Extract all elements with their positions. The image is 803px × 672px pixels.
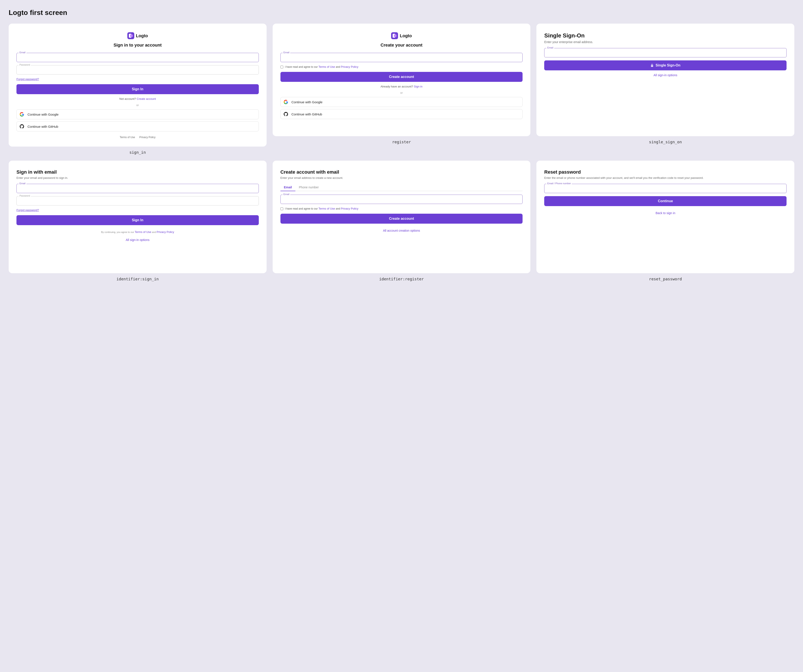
- all-signin-options-link[interactable]: All sign-in options: [16, 238, 259, 242]
- id-register-heading: Create account with email: [280, 169, 523, 175]
- reset-pw-field-input[interactable]: [544, 184, 787, 193]
- logo-text: Logto: [136, 33, 148, 38]
- reset-password-card: Reset password Enter the email or phone …: [536, 161, 794, 273]
- svg-rect-5: [394, 34, 397, 37]
- tab-phone[interactable]: Phone number: [295, 184, 322, 191]
- id-signin-password-label: Password: [19, 195, 31, 197]
- google-register-label: Continue with Google: [291, 100, 322, 104]
- reset-pw-field-label: Email / Phone number: [546, 182, 572, 185]
- sso-subheading: Enter your enterprise email address.: [544, 40, 787, 44]
- all-sign-in-options-link[interactable]: All sign-in options: [544, 73, 787, 77]
- email-input[interactable]: [16, 53, 259, 62]
- id-register-email-input[interactable]: [280, 195, 523, 204]
- register-card: Logto Create your account Email I have r…: [273, 24, 531, 136]
- register-terms-link[interactable]: Terms of Use: [319, 65, 335, 68]
- register-privacy-link[interactable]: Privacy Policy: [341, 65, 358, 68]
- create-account-button[interactable]: Create account: [280, 72, 523, 82]
- github-register-label: Continue with GitHub: [291, 112, 322, 116]
- sign-in-card: Logto Sign in to your account Email Pass…: [9, 24, 267, 146]
- sso-email-input[interactable]: [544, 48, 787, 57]
- tab-email[interactable]: Email: [280, 184, 295, 191]
- id-signin-password-input-group: Password: [16, 196, 259, 205]
- lock-icon: [650, 64, 654, 67]
- sso-card-label: single_sign_on: [536, 140, 794, 144]
- register-terms-checkbox[interactable]: [280, 66, 283, 68]
- github-register-button[interactable]: Continue with GitHub: [280, 109, 523, 119]
- id-register-terms-text: I have read and agree to our: [285, 207, 318, 210]
- password-input-group: Password: [16, 65, 259, 75]
- google-register-icon: [284, 100, 288, 104]
- email-label: Email: [19, 51, 26, 54]
- google-icon: [20, 112, 24, 117]
- register-logto-logo-icon: [391, 32, 398, 39]
- password-input[interactable]: [16, 65, 259, 75]
- register-email-label: Email: [283, 51, 290, 54]
- id-signin-email-input[interactable]: [16, 184, 259, 193]
- logo-area: Logto: [16, 32, 259, 39]
- footer-links: Terms of Use Privacy Policy: [16, 136, 259, 139]
- email-input-group: Email: [16, 53, 259, 62]
- id-signin-terms-link[interactable]: Terms of Use: [135, 230, 151, 234]
- register-email-input-group: Email: [280, 53, 523, 62]
- sso-heading: Single Sign-On: [544, 32, 787, 39]
- identifier-sign-in-card: Sign in with email Enter your email and …: [9, 161, 267, 273]
- google-signin-label: Continue with Google: [28, 113, 59, 116]
- id-register-subheading: Enter your email address to create a new…: [280, 176, 523, 180]
- all-creation-options-link[interactable]: All account creation options: [280, 229, 523, 232]
- sso-card: Single Sign-On Enter your enterprise ema…: [536, 24, 794, 136]
- privacy-link[interactable]: Privacy Policy: [139, 136, 156, 139]
- reset-pw-field-group: Email / Phone number: [544, 184, 787, 193]
- sso-email-input-group: Email: [544, 48, 787, 57]
- no-account-text: Not account? Create account: [16, 97, 259, 101]
- id-register-privacy-link[interactable]: Privacy Policy: [341, 207, 358, 210]
- terms-link[interactable]: Terms of Use: [120, 136, 135, 139]
- reset-pw-continue-button[interactable]: Continue: [544, 196, 787, 206]
- id-register-terms-row: I have read and agree to our Terms of Us…: [280, 207, 523, 210]
- github-register-icon: [284, 112, 288, 116]
- register-card-label: register: [273, 140, 531, 144]
- id-signin-password-input[interactable]: [16, 196, 259, 205]
- or-divider: or: [16, 104, 259, 107]
- forgot-password-link[interactable]: Forgot password?: [16, 78, 259, 81]
- id-signin-subheading: Enter your email and password to sign in…: [16, 176, 259, 180]
- sso-email-label: Email: [546, 46, 554, 49]
- page-title: Logto first screen: [9, 9, 794, 17]
- github-signin-button[interactable]: Continue with GitHub: [16, 122, 259, 131]
- reset-pw-heading: Reset password: [544, 169, 787, 175]
- svg-rect-6: [651, 65, 653, 67]
- sign-in-link[interactable]: Sign in: [414, 85, 423, 88]
- register-or-divider: or: [280, 91, 523, 94]
- id-register-terms-link[interactable]: Terms of Use: [319, 207, 335, 210]
- register-heading: Create your account: [280, 43, 523, 48]
- sso-button[interactable]: Single Sign-On: [544, 60, 787, 70]
- already-account-text: Already have an account? Sign in: [280, 85, 523, 88]
- id-signin-email-label: Email: [19, 182, 26, 185]
- identifier-register-card: Create account with email Enter your ema…: [273, 161, 531, 273]
- google-register-button[interactable]: Continue with Google: [280, 97, 523, 107]
- register-logo-text: Logto: [400, 33, 412, 38]
- sign-in-card-label: sign_in: [9, 150, 267, 154]
- id-register-email-label: Email: [283, 193, 290, 195]
- register-terms-checkbox-row: I have read and agree to our Terms of Us…: [280, 65, 523, 68]
- svg-rect-2: [130, 34, 133, 37]
- create-account-link[interactable]: Create account: [137, 97, 156, 101]
- sso-button-label: Single Sign-On: [655, 63, 680, 67]
- back-to-signin-link[interactable]: Back to sign in: [544, 211, 787, 215]
- id-register-card-label: identifier:register: [273, 277, 531, 281]
- id-register-and: and: [336, 207, 340, 210]
- github-signin-label: Continue with GitHub: [28, 125, 58, 128]
- sign-in-button[interactable]: Sign In: [16, 84, 259, 94]
- id-register-terms-checkbox[interactable]: [280, 208, 283, 210]
- password-label: Password: [19, 63, 31, 66]
- register-email-input[interactable]: [280, 53, 523, 62]
- id-register-tabs: Email Phone number: [280, 184, 523, 191]
- id-signin-privacy-link[interactable]: Privacy Policy: [156, 230, 174, 234]
- id-register-create-button[interactable]: Create account: [280, 214, 523, 224]
- id-signin-button[interactable]: Sign In: [16, 215, 259, 225]
- logto-logo-icon: [127, 32, 134, 39]
- id-signin-forgot-password-link[interactable]: Forgot password?: [16, 208, 259, 212]
- id-signin-card-label: identifier:sign_in: [9, 277, 267, 281]
- google-signin-button[interactable]: Continue with Google: [16, 109, 259, 119]
- id-signin-terms-text: By continuing, you agree to our Terms of…: [16, 230, 259, 234]
- register-and: and: [336, 65, 340, 68]
